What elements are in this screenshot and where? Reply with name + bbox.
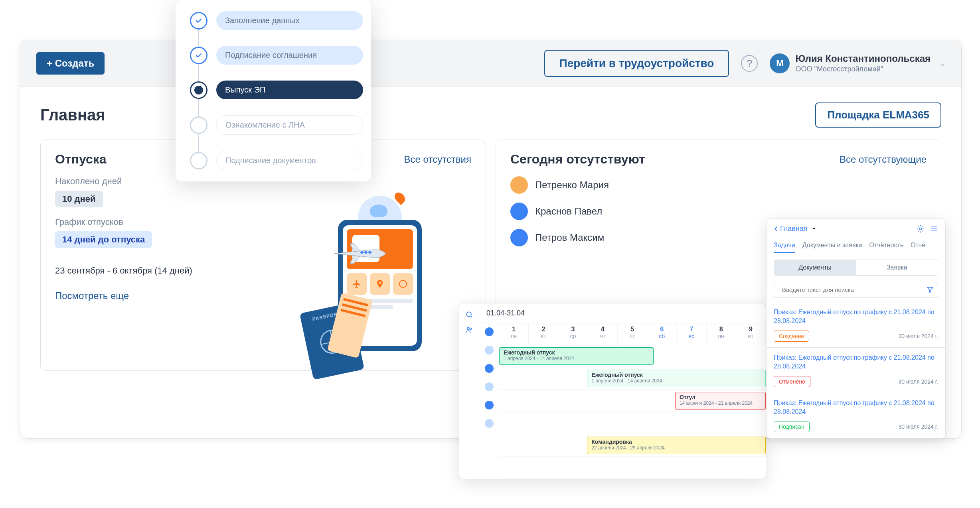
doc-item[interactable]: Приказ: Ежегодный отпуск по графику с 21… <box>767 302 945 348</box>
airplane-icon <box>330 240 390 268</box>
avatar: М <box>770 53 790 73</box>
progress-step[interactable]: Подписание документов <box>190 151 363 170</box>
pending-step-icon <box>190 116 207 134</box>
svg-point-0 <box>368 251 371 254</box>
step-label: Подписание соглашения <box>216 46 363 65</box>
person-avatar <box>510 176 528 194</box>
person-avatar <box>510 229 528 246</box>
vacations-title: Отпуска <box>55 152 107 167</box>
calendar-event[interactable]: Командировка22 апреля 2024 - 29 апреля 2… <box>587 437 766 454</box>
calendar-day[interactable]: 9вт <box>736 323 766 345</box>
countdown-value: 14 дней до отпуска <box>55 231 152 248</box>
svg-point-3 <box>466 312 471 317</box>
person-avatar <box>510 203 528 220</box>
doc-title[interactable]: Приказ: Ежегодный отпуск по графику с 21… <box>774 353 938 371</box>
check-icon <box>190 12 207 30</box>
doc-date: 30 июля 2024 г. <box>899 333 938 339</box>
subtab-requests[interactable]: Заявки <box>856 260 938 275</box>
svg-point-2 <box>360 251 364 254</box>
calendar-day[interactable]: 2вт <box>529 323 558 345</box>
calendar-day[interactable]: 4чт <box>588 323 618 345</box>
back-button[interactable]: Главная <box>774 224 816 233</box>
progress-step[interactable]: Заполнение данных <box>190 11 363 30</box>
step-label: Заполнение данных <box>216 11 363 30</box>
step-label: Подписание документов <box>216 151 363 170</box>
calendar-event[interactable]: Ежегодный отпуск1 апреля 2024 - 14 апрел… <box>499 347 654 365</box>
person-dot[interactable] <box>485 401 494 410</box>
absent-title: Сегодня отсутствуют <box>510 152 645 167</box>
user-name: Юлия Константинопольская <box>795 53 931 64</box>
doc-item[interactable]: Приказ: Ежегодный отпуск по графику с 21… <box>767 348 945 393</box>
calendar-event[interactable]: Отгул14 апреля 2024 - 21 апреля 2024 <box>675 392 766 410</box>
current-step-icon <box>190 81 207 99</box>
search-input[interactable] <box>778 282 927 297</box>
calendar-period: 01.04-31.04 <box>479 303 766 323</box>
all-absences-link[interactable]: Все отсутствия <box>404 154 471 165</box>
calendar-day[interactable]: 3ср <box>558 323 588 345</box>
calendar-people-dots <box>479 323 499 479</box>
progress-popup: Заполнение данных Подписание соглашения … <box>176 0 371 181</box>
docs-tab-reports[interactable]: Отчётность <box>869 238 903 253</box>
person-dot[interactable] <box>485 346 494 354</box>
calendar-day[interactable]: 1пн <box>499 323 529 345</box>
page-title: Главная <box>40 106 105 124</box>
docs-popup: Главная Задачи Документы и заявки Отчётн… <box>766 219 946 439</box>
calendar-day[interactable]: 7вс <box>677 323 706 345</box>
calendar-popup: 01.04-31.04 1пн 2вт 3ср 4чт 5пт 6сб 7вс <box>459 303 766 479</box>
calendar-event[interactable]: Ежегодный отпуск1 апреля 2024 - 14 апрел… <box>587 370 766 387</box>
platform-button[interactable]: Площадка ELMA365 <box>815 102 941 128</box>
doc-date: 30 июля 2024 г. <box>899 423 938 430</box>
person-dot[interactable] <box>485 364 494 373</box>
people-icon[interactable] <box>465 326 473 334</box>
subtab-documents[interactable]: Документы <box>774 260 856 275</box>
doc-title[interactable]: Приказ: Ежегодный отпуск по графику с 21… <box>774 308 938 326</box>
user-org: ООО "Мосгосстройломай" <box>795 65 931 73</box>
person-dot[interactable] <box>485 327 494 336</box>
calendar-day[interactable]: 6сб <box>647 323 677 345</box>
calendar-days-header: 1пн 2вт 3ср 4чт 5пт 6сб 7вс 8пн 9вт <box>499 323 766 345</box>
user-menu[interactable]: М Юлия Константинопольская ООО "Мосгосст… <box>770 53 945 73</box>
svg-point-4 <box>467 327 469 329</box>
gear-icon[interactable] <box>917 225 925 233</box>
svg-point-6 <box>920 228 922 230</box>
docs-tab-tasks[interactable]: Задачи <box>774 238 795 253</box>
main-header: + Создать Перейти в трудоустройство ? М … <box>20 40 961 87</box>
check-icon <box>190 47 207 64</box>
step-label: Выпуск ЭП <box>216 81 363 99</box>
doc-status: Создание <box>774 331 809 342</box>
employment-button[interactable]: Перейти в трудоустройство <box>544 50 729 77</box>
docs-search <box>774 282 938 297</box>
docs-tab-documents[interactable]: Документы и заявки <box>802 238 862 253</box>
doc-status: Отменено <box>774 376 810 387</box>
title-row: Главная Площадка ELMA365 <box>20 87 961 140</box>
filter-icon[interactable] <box>927 286 934 293</box>
doc-title[interactable]: Приказ: Ежегодный отпуск по графику с 21… <box>774 399 938 417</box>
absent-person[interactable]: Петренко Мария <box>510 176 927 194</box>
absent-person[interactable]: Краснов Павел <box>510 203 927 220</box>
progress-step[interactable]: Подписание соглашения <box>190 46 363 65</box>
travel-illustration <box>322 196 482 355</box>
step-label: Ознакомление с ЛНА <box>216 115 363 135</box>
pending-step-icon <box>190 152 207 169</box>
doc-item[interactable]: Приказ: Ежегодный отпуск по графику с 21… <box>767 393 945 439</box>
calendar-day[interactable]: 8пн <box>707 323 736 345</box>
menu-icon[interactable] <box>930 225 938 233</box>
help-icon[interactable]: ? <box>741 55 758 72</box>
search-icon[interactable] <box>465 311 473 319</box>
all-absent-link[interactable]: Все отсутствующие <box>840 154 927 165</box>
chevron-down-icon: ⌄ <box>939 59 945 68</box>
person-dot[interactable] <box>485 382 494 391</box>
calendar-day[interactable]: 5пт <box>618 323 647 345</box>
progress-step[interactable]: Ознакомление с ЛНА <box>190 115 363 135</box>
accumulated-value: 10 дней <box>55 191 103 207</box>
docs-tab-overflow[interactable]: Отчё <box>911 238 925 253</box>
svg-point-5 <box>470 328 471 329</box>
docs-subtabs: Документы Заявки <box>774 260 938 276</box>
person-dot[interactable] <box>485 419 494 428</box>
svg-point-1 <box>364 251 368 254</box>
create-button[interactable]: + Создать <box>36 52 105 75</box>
doc-date: 30 июля 2024 г. <box>899 378 938 385</box>
calendar-sidebar <box>459 303 479 479</box>
progress-step[interactable]: Выпуск ЭП <box>190 81 363 99</box>
docs-tabs: Задачи Документы и заявки Отчётность Отч… <box>767 238 945 253</box>
